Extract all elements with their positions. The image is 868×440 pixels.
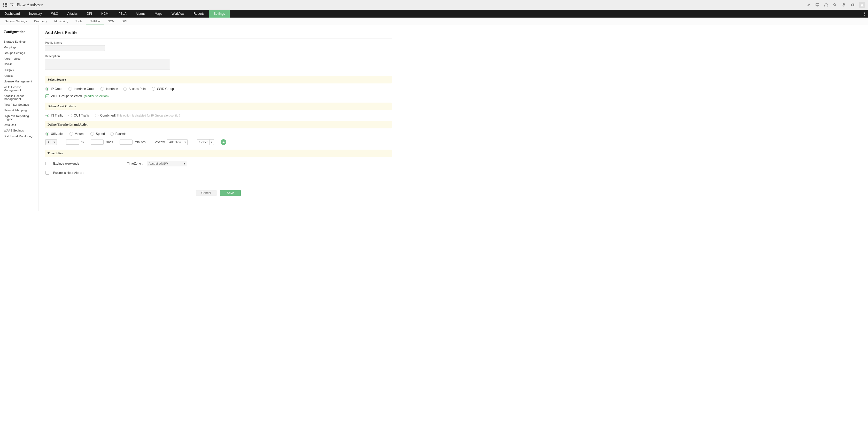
subnav-tab-dpi[interactable]: DPI (118, 18, 130, 25)
radio-icon (68, 114, 72, 117)
sidebar: Configuration Storage SettingsMappingsGr… (0, 25, 39, 211)
threshold-radio-row: UtilizationVolumeSpeedPackets (45, 132, 392, 136)
subnav-tab-monitoring[interactable]: Monitoring (51, 18, 72, 25)
nav-tab-dashboard[interactable]: Dashboard (0, 10, 25, 18)
sidebar-item-waas-settings[interactable]: WAAS Settings (4, 128, 38, 133)
timezone-select[interactable]: Australia/NSW ▾ (147, 161, 187, 166)
subnav-tab-ncm[interactable]: NCM (104, 18, 118, 25)
chevron-down-icon: ▾ (183, 139, 188, 145)
sidebar-item-license-management[interactable]: License Management (4, 78, 38, 84)
severity-select[interactable]: Attention ▾ (167, 139, 188, 145)
minutes-input[interactable] (120, 139, 132, 145)
subnav-tab-tools[interactable]: Tools (72, 18, 86, 25)
exclude-weekends-label: Exclude weekends (53, 162, 79, 165)
nav-tab-attacks[interactable]: Attacks (63, 10, 82, 18)
bell-icon[interactable] (842, 3, 846, 7)
sidebar-item-flow-filter-settings[interactable]: Flow Filter Settings (4, 102, 38, 107)
apps-grid-icon[interactable] (3, 3, 7, 7)
save-button[interactable]: Save (220, 190, 241, 196)
radio-icon (69, 132, 73, 136)
sidebar-item-cbqos[interactable]: CBQoS (4, 67, 38, 73)
headset-icon[interactable] (824, 3, 828, 7)
chevron-down-icon: ▾ (184, 162, 185, 165)
sidebar-item-network-mapping[interactable]: Network Mapping (4, 107, 38, 113)
section-alert-criteria: Define Alert Criteria (45, 102, 392, 110)
nav-tab-maps[interactable]: Maps (150, 10, 167, 18)
nav-tab-dpi[interactable]: DPI (82, 10, 97, 18)
subnav-tab-discovery[interactable]: Discovery (30, 18, 51, 25)
combined-label: Combined (100, 114, 115, 117)
source-radio-row: IP GroupInterface GroupInterfaceAccess P… (45, 87, 392, 91)
timezone-label: TimeZone : (127, 162, 143, 165)
profile-name-label: Profile Name (45, 41, 392, 44)
nav-tab-inventory[interactable]: Inventory (25, 10, 46, 18)
svg-point-4 (861, 3, 863, 5)
all-groups-checkbox[interactable] (45, 94, 49, 98)
threshold-config-row: > ▾ % times minutes; Severity Attention … (45, 139, 392, 145)
percent-suffix: % (81, 140, 84, 144)
radio-threshold-speed[interactable]: Speed (90, 132, 105, 136)
chevron-down-icon: ▾ (209, 139, 214, 145)
sidebar-item-nbar[interactable]: NBAR (4, 62, 38, 67)
sidebar-item-wlc-license-management[interactable]: WLC License Management (4, 84, 38, 93)
operator-select[interactable]: > ▾ (45, 139, 57, 145)
action-value: Select (197, 139, 209, 145)
exclude-weekends-checkbox[interactable] (45, 162, 49, 165)
sidebar-item-distributed-monitoring[interactable]: Distributed Monitoring (4, 133, 38, 139)
nav-tab-alarms[interactable]: Alarms (131, 10, 150, 18)
percent-input[interactable] (66, 139, 79, 145)
nav-tab-settings[interactable]: Settings (209, 10, 229, 18)
radio-source-interface-group[interactable]: Interface Group (68, 87, 95, 91)
radio-source-interface[interactable]: Interface (100, 87, 118, 91)
add-threshold-button[interactable]: + (221, 139, 226, 145)
sidebar-item-attacks-license-management[interactable]: Attacks License Management (4, 93, 38, 102)
nav-tab-workflow[interactable]: Workflow (167, 10, 189, 18)
nav-tab-wlc[interactable]: WLC (46, 10, 63, 18)
times-input[interactable] (91, 139, 103, 145)
subnav-tab-general-settings[interactable]: General Settings (1, 18, 30, 25)
sub-nav: General SettingsDiscoveryMonitoringTools… (0, 18, 868, 25)
sidebar-list: Storage SettingsMappingsGroups SettingsA… (4, 39, 38, 139)
business-hours-checkbox[interactable] (45, 171, 49, 175)
sidebar-item-storage-settings[interactable]: Storage Settings (4, 39, 38, 44)
radio-icon (45, 132, 49, 136)
radio-source-ssid-group[interactable]: SSID Group (152, 87, 174, 91)
subnav-tab-netflow[interactable]: NetFlow (86, 18, 104, 25)
radio-combined (95, 114, 98, 117)
business-hours-label: Business Hour Alerts : : (53, 171, 86, 175)
radio-source-ip-group[interactable]: IP Group (45, 87, 63, 91)
radio-threshold-volume[interactable]: Volume (69, 132, 85, 136)
radio-threshold-packets[interactable]: Packets (110, 132, 127, 136)
radio-criteria-out-traffic[interactable]: OUT Traffic (68, 114, 90, 117)
radio-icon (45, 87, 49, 91)
sidebar-item-alert-profiles[interactable]: Alert Profiles (4, 56, 38, 62)
sidebar-item-groups-settings[interactable]: Groups Settings (4, 50, 38, 56)
radio-icon (68, 87, 72, 91)
sidebar-item-mappings[interactable]: Mappings (4, 44, 38, 50)
profile-name-input[interactable] (45, 45, 105, 51)
rocket-icon[interactable] (807, 3, 811, 7)
sidebar-item-data-unit[interactable]: Data Unit (4, 122, 38, 128)
radio-source-access-point[interactable]: Access Point (123, 87, 147, 91)
chevron-down-icon: ▾ (52, 139, 57, 145)
nav-tab-reports[interactable]: Reports (189, 10, 209, 18)
sidebar-item-attacks[interactable]: Attacks (4, 73, 38, 78)
gear-icon[interactable] (850, 3, 855, 7)
section-select-source: Select Source (45, 76, 392, 84)
radio-threshold-utilization[interactable]: Utilization (45, 132, 64, 136)
user-avatar[interactable] (859, 2, 865, 8)
nav-tab-ncm[interactable]: NCM (97, 10, 113, 18)
sidebar-item-highperf-reporting-engine[interactable]: HighPerf Reporting Engine (4, 113, 38, 122)
search-icon[interactable] (833, 3, 837, 7)
action-select[interactable]: Select ▾ (197, 139, 214, 145)
monitor-icon[interactable] (815, 3, 819, 7)
description-input[interactable] (45, 59, 170, 69)
times-label: times (106, 140, 113, 144)
modify-selection-link[interactable]: (Modify Selection) (84, 94, 109, 98)
nav-tab-ipsla[interactable]: IPSLA (113, 10, 131, 18)
kebab-icon[interactable] (861, 10, 868, 18)
radio-criteria-in-traffic[interactable]: IN Traffic (45, 114, 63, 117)
cancel-button[interactable]: Cancel (196, 190, 216, 196)
app-title: NetFlow Analyzer (10, 2, 43, 7)
severity-label: Severity (154, 140, 165, 144)
